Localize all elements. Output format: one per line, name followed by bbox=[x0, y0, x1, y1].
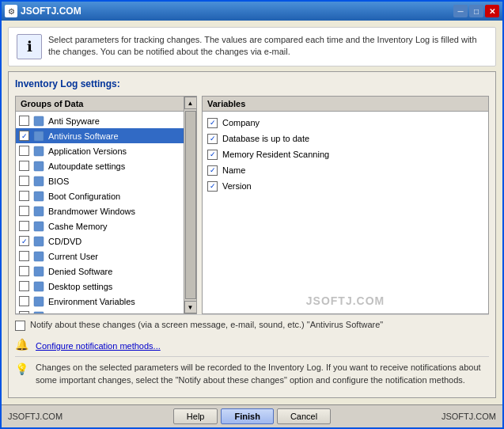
icon-antivirus-software bbox=[32, 130, 45, 142]
configure-link[interactable]: Configure notification methods... bbox=[36, 341, 161, 351]
list-item-cashe-memory[interactable]: Cashe Memory bbox=[16, 218, 184, 233]
var-item[interactable]: ✓Database is up to date bbox=[206, 131, 485, 146]
checkbox-current-user[interactable] bbox=[19, 251, 29, 261]
list-item-environment-variables[interactable]: Environment Variables bbox=[16, 294, 184, 309]
list-item-cd-dvd[interactable]: ✓CD/DVD bbox=[16, 233, 184, 249]
configure-row: 🔔 Configure notification methods... bbox=[15, 336, 489, 356]
status-right: JSOFTJ.COM bbox=[441, 412, 496, 421]
icon-anti-spyware bbox=[32, 115, 45, 127]
help-button[interactable]: Help bbox=[173, 408, 218, 424]
svg-rect-2 bbox=[34, 146, 44, 156]
checkbox-environment-variables[interactable] bbox=[19, 296, 29, 306]
list-item-failure-prediction[interactable]: Failure Prediction (S.M.A.R.T.) bbox=[16, 309, 184, 313]
checkbox-autoupdate-settings[interactable] bbox=[19, 161, 29, 171]
svg-rect-11 bbox=[34, 282, 44, 291]
groups-header: Groups of Data bbox=[16, 97, 184, 112]
changes-text: Changes on the selected parameters will … bbox=[36, 362, 489, 386]
checkbox-application-versions[interactable] bbox=[19, 146, 29, 156]
label-boot-configuration: Boot Configuration bbox=[48, 192, 120, 201]
svg-rect-8 bbox=[34, 237, 44, 246]
icon-application-versions bbox=[32, 145, 45, 158]
notify-text: Notify about these changes (via a screen… bbox=[30, 320, 383, 329]
icon-desktop-settings bbox=[32, 280, 45, 293]
groups-scrollbar[interactable]: ▲ ▼ bbox=[184, 97, 196, 313]
label-denied-software: Denied Software bbox=[48, 267, 112, 276]
list-item-antivirus-software[interactable]: ✓Antivirus Software bbox=[16, 128, 184, 143]
var-label: Memory Resident Scanning bbox=[222, 150, 329, 159]
variables-list: ✓Company✓Database is up to date✓Memory R… bbox=[203, 112, 488, 288]
minimize-button[interactable]: ─ bbox=[453, 5, 468, 17]
var-item[interactable]: ✓Company bbox=[206, 115, 485, 131]
var-item[interactable]: ✓Name bbox=[206, 162, 485, 178]
notify-checkbox[interactable] bbox=[15, 321, 25, 331]
maximize-button[interactable]: □ bbox=[469, 5, 483, 17]
svg-rect-6 bbox=[34, 207, 44, 216]
finish-button[interactable]: Finish bbox=[221, 408, 273, 424]
cancel-button[interactable]: Cancel bbox=[277, 408, 331, 424]
var-item[interactable]: ✓Version bbox=[206, 178, 485, 194]
svg-rect-10 bbox=[34, 267, 44, 276]
label-antivirus-software: Antivirus Software bbox=[48, 131, 119, 141]
bottom-bar: JSOFTJ.COM Help Finish Cancel JSOFTJ.COM bbox=[2, 404, 502, 427]
checkbox-denied-software[interactable] bbox=[19, 266, 29, 276]
checkbox-cashe-memory[interactable] bbox=[19, 221, 29, 231]
left-panel-container: Groups of Data Anti Spyware✓Antivirus So… bbox=[15, 96, 197, 314]
settings-title: Inventory Log settings: bbox=[15, 78, 489, 89]
var-item[interactable]: ✓Memory Resident Scanning bbox=[206, 146, 485, 162]
var-checkbox[interactable]: ✓ bbox=[207, 150, 218, 160]
svg-rect-3 bbox=[34, 161, 44, 171]
list-item-desktop-settings[interactable]: Desktop settings bbox=[16, 279, 184, 294]
icon-failure-prediction bbox=[32, 310, 45, 314]
checkbox-anti-spyware[interactable] bbox=[19, 116, 29, 126]
info-text: Select parameters for tracking changes. … bbox=[48, 34, 487, 59]
scroll-down-button[interactable]: ▼ bbox=[184, 301, 197, 313]
checkbox-antivirus-software[interactable]: ✓ bbox=[19, 131, 29, 141]
checkbox-boot-configuration[interactable] bbox=[19, 191, 29, 201]
label-autoupdate-settings: Autoupdate settings bbox=[48, 161, 125, 171]
list-item-denied-software[interactable]: Denied Software bbox=[16, 264, 184, 279]
scroll-up-button[interactable]: ▲ bbox=[184, 97, 197, 109]
icon-autoupdate-settings bbox=[32, 160, 45, 173]
checkbox-brandmower-windows[interactable] bbox=[19, 206, 29, 216]
info-icon: ℹ bbox=[17, 34, 42, 59]
title-bar: ⚙ JSOFTJ.COM ─ □ ✕ bbox=[2, 2, 502, 21]
label-anti-spyware: Anti Spyware bbox=[48, 116, 100, 126]
list-item-autoupdate-settings[interactable]: Autoupdate settings bbox=[16, 158, 184, 173]
list-item-brandmower-windows[interactable]: Brandmower Windows bbox=[16, 203, 184, 218]
checkbox-cd-dvd[interactable]: ✓ bbox=[19, 236, 29, 246]
scroll-thumb[interactable] bbox=[185, 111, 196, 299]
info-banner: ℹ Select parameters for tracking changes… bbox=[8, 27, 496, 66]
two-panel: Groups of Data Anti Spyware✓Antivirus So… bbox=[15, 96, 489, 314]
list-item-application-versions[interactable]: Application Versions bbox=[16, 143, 184, 158]
left-panel: Groups of Data Anti Spyware✓Antivirus So… bbox=[16, 97, 184, 313]
label-desktop-settings: Desktop settings bbox=[48, 282, 112, 291]
window-controls: ─ □ ✕ bbox=[453, 5, 499, 17]
label-application-versions: Application Versions bbox=[48, 146, 127, 156]
variables-header: Variables bbox=[203, 97, 488, 112]
list-item-anti-spyware[interactable]: Anti Spyware bbox=[16, 113, 184, 128]
icon-denied-software bbox=[32, 265, 45, 278]
checkbox-failure-prediction[interactable] bbox=[19, 311, 29, 313]
var-checkbox[interactable]: ✓ bbox=[207, 134, 218, 144]
label-brandmower-windows: Brandmower Windows bbox=[48, 207, 135, 216]
main-content: ℹ Select parameters for tracking changes… bbox=[2, 21, 502, 404]
checkbox-desktop-settings[interactable] bbox=[19, 281, 29, 291]
changes-icon: 💡 bbox=[15, 363, 31, 378]
var-checkbox[interactable]: ✓ bbox=[207, 118, 218, 128]
var-label: Database is up to date bbox=[222, 134, 309, 143]
close-button[interactable]: ✕ bbox=[485, 5, 499, 17]
settings-section: Inventory Log settings: Groups of Data A… bbox=[8, 71, 496, 398]
icon-environment-variables bbox=[32, 295, 45, 308]
changes-row: 💡 Changes on the selected parameters wil… bbox=[15, 356, 489, 391]
var-checkbox[interactable]: ✓ bbox=[207, 181, 218, 192]
icon-cashe-memory bbox=[32, 220, 45, 233]
right-panel: Variables ✓Company✓Database is up to dat… bbox=[202, 96, 489, 314]
list-item-boot-configuration[interactable]: Boot Configuration bbox=[16, 188, 184, 203]
var-checkbox[interactable]: ✓ bbox=[207, 165, 218, 176]
list-item-bios[interactable]: BIOS bbox=[16, 173, 184, 188]
svg-rect-4 bbox=[34, 177, 44, 186]
status-left: JSOFTJ.COM bbox=[8, 412, 63, 421]
checkbox-bios[interactable] bbox=[19, 176, 29, 186]
title-bar-left: ⚙ JSOFTJ.COM bbox=[5, 5, 81, 17]
list-item-current-user[interactable]: Current User bbox=[16, 249, 184, 264]
